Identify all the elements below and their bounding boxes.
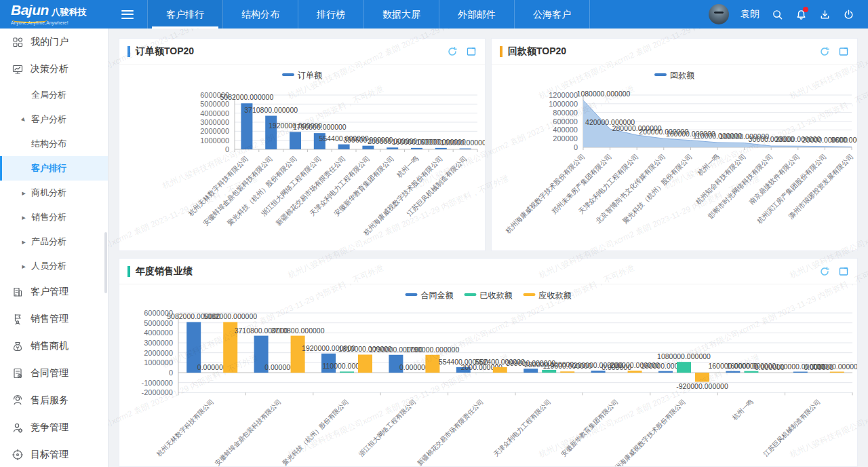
annual-sales-chart: 合同金额已收款额应收款额-2000000-1000000010000002000… (119, 284, 857, 466)
sales-flag-icon (12, 313, 24, 325)
bar-应收款额[interactable] (425, 355, 439, 373)
sidebar-item-8[interactable]: ▶产品分析 (0, 229, 108, 254)
sidebar-item-label: 人员分析 (31, 260, 66, 272)
sidebar-item-2[interactable]: 全局分析 (0, 83, 108, 107)
bar[interactable] (411, 148, 422, 149)
power-icon[interactable] (842, 8, 854, 20)
svg-text:浙江恒大网络工程有限公司: 浙江恒大网络工程有限公司 (357, 398, 417, 457)
sidebar-item-5[interactable]: 客户排行 (0, 156, 108, 181)
sidebar-item-9[interactable]: ▶人员分析 (0, 254, 108, 278)
legend-item[interactable]: 应收款额 (524, 291, 572, 300)
bar[interactable] (338, 145, 350, 149)
bar[interactable] (387, 147, 398, 149)
bar-应收款额[interactable] (493, 367, 507, 373)
bar-应收款额[interactable] (628, 371, 642, 373)
search-icon[interactable] (771, 8, 783, 20)
bar[interactable] (362, 146, 374, 149)
bar[interactable] (265, 116, 277, 149)
legend-item[interactable]: 订单额 (282, 71, 322, 80)
bell-icon[interactable] (795, 8, 807, 20)
bar-应收款额[interactable] (695, 373, 709, 381)
chevron-expanded-icon[interactable]: ▶ (20, 116, 27, 123)
bar-应收款额[interactable] (291, 336, 305, 373)
bar-合同金额[interactable] (793, 372, 808, 373)
nav-tab-3[interactable]: 数据大屏 (364, 0, 439, 29)
payments-top20-chart: 回款额0200000400000600000800000100000012000… (492, 64, 857, 250)
chevron-collapsed-icon[interactable]: ▶ (22, 263, 26, 269)
nav-tab-2[interactable]: 排行榜 (298, 0, 364, 29)
svg-text:5082000.000000: 5082000.000000 (220, 93, 273, 101)
sidebar-item-0[interactable]: 我的门户 (0, 29, 108, 56)
main-content: 订单额TOP20 订单额0100000020000003000000400000… (108, 29, 868, 467)
legend-item[interactable]: 回款额 (654, 71, 694, 80)
sidebar-item-6[interactable]: ▶商机分析 (0, 181, 108, 205)
legend-item[interactable]: 合同金额 (406, 291, 454, 300)
menu-toggle-icon[interactable] (121, 10, 134, 19)
fullscreen-button[interactable] (838, 46, 849, 57)
sidebar-scrollbar[interactable] (104, 232, 107, 293)
svg-text:4000000: 4000000 (144, 329, 173, 337)
svg-text:已收款额: 已收款额 (480, 291, 513, 300)
svg-text:2000000: 2000000 (144, 349, 173, 357)
notification-badge (803, 7, 808, 12)
refresh-button[interactable] (819, 266, 830, 277)
fullscreen-button[interactable] (838, 266, 849, 277)
card-annual-sales: 年度销售业绩 合同金额已收款额应收款额-2000000-100000001000… (119, 258, 858, 467)
bar-已收款额[interactable] (340, 371, 354, 373)
legend-item[interactable]: 已收款额 (465, 291, 513, 300)
nav-tab-5[interactable]: 公海客户 (515, 0, 590, 29)
sidebar-item-16[interactable]: 目标管理 (0, 441, 108, 467)
svg-text:0.000000: 0.000000 (197, 363, 227, 371)
bar-合同金额[interactable] (726, 371, 740, 373)
bar-合同金额[interactable] (658, 371, 673, 373)
bar-已收款额[interactable] (744, 371, 758, 373)
bar-应收款额[interactable] (358, 354, 372, 373)
sidebar-item-15[interactable]: 竞争管理 (0, 414, 108, 441)
sidebar-item-13[interactable]: 合同管理 (0, 360, 108, 387)
sidebar-item-7[interactable]: ▶销售分析 (0, 205, 108, 229)
top-navbar: Bajun 八骏科技 Anyone,Anytime,Anywhere! 客户排行… (0, 0, 868, 29)
sidebar-item-11[interactable]: 销售管理 (0, 305, 108, 333)
bar[interactable] (435, 148, 447, 149)
svg-text:天津众利电力工程有限公司: 天津众利电力工程有限公司 (492, 398, 552, 457)
orders-top20-chart: 订单额0100000020000003000000400000050000006… (119, 64, 485, 250)
monitor-chart-icon (12, 63, 24, 75)
sidebar-item-4[interactable]: 结构分布 (0, 132, 108, 156)
chevron-collapsed-icon[interactable]: ▶ (22, 239, 26, 244)
bar-应收款额[interactable] (830, 372, 844, 373)
sidebar-item-3[interactable]: ▶客户分析 (0, 107, 108, 132)
svg-text:200000: 200000 (553, 134, 578, 143)
svg-text:1000000: 1000000 (549, 100, 578, 108)
svg-text:回款额: 回款额 (670, 71, 694, 80)
sidebar-item-1[interactable]: 决策分析 (0, 56, 108, 83)
sidebar-item-10[interactable]: 客户管理 (0, 278, 108, 305)
bar-合同金额[interactable] (524, 369, 538, 373)
svg-text:0.000000: 0.000000 (399, 363, 429, 371)
nav-tab-0[interactable]: 客户排行 (147, 0, 223, 29)
nav-tab-1[interactable]: 结构分布 (223, 0, 298, 29)
bar-应收款额[interactable] (560, 371, 574, 373)
svg-text:9600.000000: 9600.000000 (831, 136, 857, 144)
refresh-button[interactable] (819, 46, 830, 57)
user-avatar[interactable] (709, 4, 729, 24)
sidebar-item-12[interactable]: 销售商机 (0, 333, 108, 360)
bar-已收款额[interactable] (677, 362, 691, 373)
app-logo[interactable]: Bajun 八骏科技 Anyone,Anytime,Anywhere! (0, 3, 112, 25)
sidebar-item-14[interactable]: 售后服务 (0, 387, 108, 414)
svg-text:3710800.000000: 3710800.000000 (271, 326, 325, 335)
bar-已收款额[interactable] (542, 370, 556, 373)
bar[interactable] (460, 149, 471, 149)
svg-text:1000000: 1000000 (200, 136, 229, 145)
svg-text:1790000.000000: 1790000.000000 (293, 123, 347, 131)
svg-text:杭州一鸣: 杭州一鸣 (395, 155, 420, 180)
chevron-collapsed-icon[interactable]: ▶ (22, 214, 26, 220)
nav-tab-4[interactable]: 外部邮件 (439, 0, 515, 29)
fullscreen-button[interactable] (466, 46, 477, 57)
card-title: 订单额TOP20 (136, 45, 447, 58)
svg-text:0: 0 (169, 369, 173, 377)
refresh-button[interactable] (447, 46, 458, 57)
chevron-collapsed-icon[interactable]: ▶ (22, 190, 26, 195)
bar[interactable] (290, 132, 301, 149)
download-icon[interactable] (818, 8, 831, 20)
user-name[interactable]: 袁朗 (741, 8, 760, 20)
